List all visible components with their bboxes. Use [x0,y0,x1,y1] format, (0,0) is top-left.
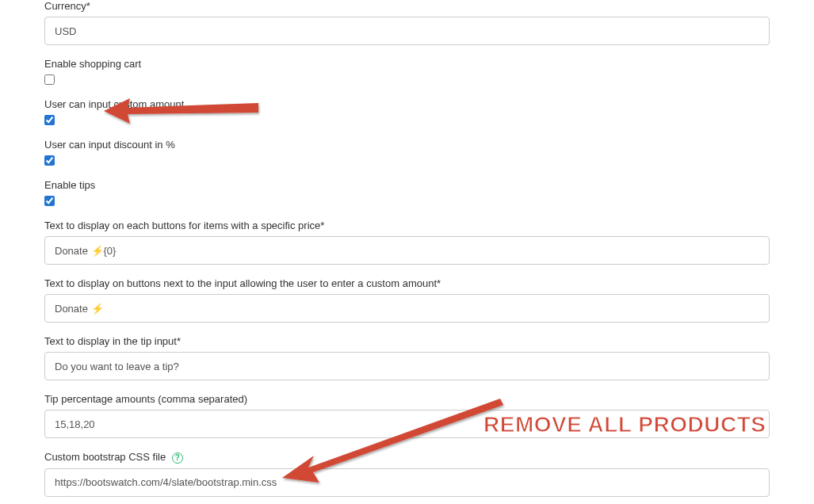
shopping-cart-label: Enable shopping cart [44,58,770,70]
shopping-cart-checkbox[interactable] [44,74,55,85]
currency-label: Currency* [44,0,770,12]
button-text-custom-label: Text to display on buttons next to the i… [44,277,770,289]
currency-input[interactable] [44,17,770,45]
discount-label: User can input discount in % [44,139,770,151]
button-text-custom-input[interactable] [44,294,770,323]
button-text-specific-input[interactable] [44,236,770,265]
discount-checkbox[interactable] [44,155,55,166]
tip-text-label: Text to display in the tip input* [44,335,770,347]
tip-text-input[interactable] [44,352,770,380]
help-icon[interactable]: ? [172,452,183,464]
bootstrap-css-label: Custom bootstrap CSS file ? [44,451,770,464]
tips-label: Enable tips [44,179,770,191]
tips-checkbox[interactable] [44,196,55,206]
tip-amounts-input[interactable] [44,410,770,438]
tip-amounts-label: Tip percentage amounts (comma separated) [44,393,770,405]
custom-amount-label: User can input custom amount [44,98,770,110]
button-text-specific-label: Text to display on each buttons for item… [44,220,770,231]
bootstrap-css-input[interactable] [44,468,770,497]
custom-amount-checkbox[interactable] [44,115,55,125]
